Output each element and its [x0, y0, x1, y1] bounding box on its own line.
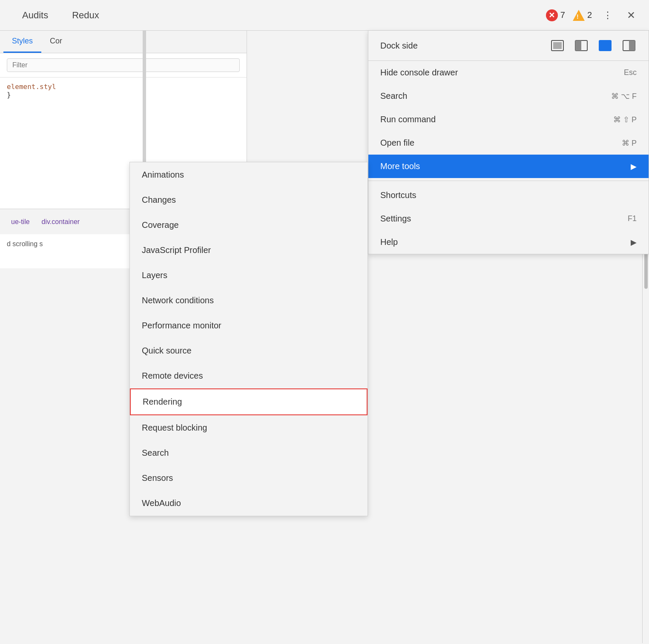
error-count: 7	[560, 10, 565, 20]
submenu-item-remote-devices[interactable]: Remote devices	[130, 363, 368, 388]
element-style-brace: }	[7, 91, 11, 99]
menu-item-shortcut: ⌘ P	[622, 138, 637, 148]
tab-audits[interactable]: Audits	[10, 0, 60, 30]
submenu-item-performance-monitor[interactable]: Performance monitor	[130, 313, 368, 338]
element-style-text: element.styl	[7, 83, 56, 91]
menu-item-label: More tools	[380, 161, 420, 171]
breadcrumb-item-ue-tile[interactable]: ue-tile	[7, 216, 34, 227]
warning-icon	[573, 10, 585, 21]
submenu-item-label: Coverage	[142, 220, 179, 230]
submenu-item-label: Animations	[142, 170, 184, 180]
breadcrumb-item-div-container[interactable]: div.container	[37, 216, 84, 227]
submenu-item-quick-source[interactable]: Quick source	[130, 338, 368, 363]
svg-rect-5	[599, 46, 611, 51]
main-dropdown-menu: Dock side	[368, 31, 649, 254]
svg-rect-7	[629, 40, 635, 51]
top-bar: Audits Redux ✕ 7 2 ⋮ ✕	[0, 0, 649, 31]
tab-computed[interactable]: Cor	[41, 31, 71, 53]
menu-item-label: Run command	[380, 115, 436, 124]
submenu-item-label: Layers	[142, 270, 167, 280]
submenu-item-rendering[interactable]: Rendering	[130, 388, 368, 415]
submenu-item-changes[interactable]: Changes	[130, 187, 368, 213]
menu-item-open-file[interactable]: Open file⌘ P	[368, 131, 649, 155]
menu-item-label: Open file	[380, 138, 414, 148]
error-badge: ✕ 7	[546, 9, 565, 21]
submenu-item-search[interactable]: Search	[130, 440, 368, 466]
menu-item-hide-console-drawer[interactable]: Hide console drawerEsc	[368, 61, 649, 84]
menu-item-shortcut: ⌘ ⇧ P	[613, 115, 637, 124]
menu-item-arrow: ▶	[631, 162, 637, 171]
menu-item-arrow: ▶	[631, 238, 637, 247]
warning-badge: 2	[573, 10, 592, 21]
styles-tabs: Styles Cor	[0, 31, 247, 53]
submenu-item-label: JavaScript Profiler	[142, 245, 211, 255]
element-style: element.styl }	[0, 78, 247, 104]
menu-item-shortcut: Esc	[624, 68, 637, 77]
tab-styles[interactable]: Styles	[3, 31, 41, 53]
svg-rect-3	[575, 40, 581, 51]
submenu-item-network-conditions[interactable]: Network conditions	[130, 288, 368, 313]
dock-left-icon[interactable]	[574, 39, 589, 52]
svg-rect-1	[553, 42, 562, 49]
menu-item-label: Settings	[380, 214, 411, 224]
submenu-item-coverage[interactable]: Coverage	[130, 213, 368, 238]
menu-item-settings[interactable]: SettingsF1	[368, 207, 649, 230]
menu-item-shortcut: F1	[628, 214, 637, 223]
submenu-item-sensors[interactable]: Sensors	[130, 466, 368, 491]
submenu-item-animations[interactable]: Animations	[130, 162, 368, 187]
filter-input[interactable]	[7, 58, 240, 72]
dock-right-icon[interactable]	[621, 39, 637, 52]
more-options-button[interactable]: ⋮	[600, 8, 616, 23]
submenu-item-label: Search	[142, 448, 169, 458]
more-tools-submenu: AnimationsChangesCoverageJavaScript Prof…	[129, 162, 368, 516]
menu-divider	[368, 181, 649, 181]
scroll-text-area: d scrolling s	[0, 234, 145, 268]
submenu-item-label: Request blocking	[142, 423, 207, 433]
top-bar-right: ✕ 7 2 ⋮ ✕	[546, 8, 639, 23]
close-button[interactable]: ✕	[623, 8, 639, 23]
submenu-item-label: Performance monitor	[142, 321, 221, 331]
scroll-text: d scrolling s	[7, 240, 43, 247]
warning-count: 2	[587, 10, 592, 20]
menu-item-shortcuts[interactable]: Shortcuts	[368, 184, 649, 207]
filter-bar	[0, 53, 247, 78]
menu-item-label: Shortcuts	[380, 190, 416, 200]
dock-undock-icon[interactable]	[550, 39, 565, 52]
dock-icons	[550, 39, 637, 52]
submenu-item-label: Changes	[142, 195, 176, 205]
submenu-item-request-blocking[interactable]: Request blocking	[130, 415, 368, 440]
menu-item-shortcut: ⌘ ⌥ F	[611, 92, 637, 101]
submenu-item-label: Sensors	[142, 473, 173, 483]
menu-item-search[interactable]: Search⌘ ⌥ F	[368, 84, 649, 108]
dock-side-section: Dock side	[368, 31, 649, 61]
dock-side-label: Dock side	[380, 41, 540, 51]
menu-item-help[interactable]: Help▶	[368, 230, 649, 254]
tab-redux[interactable]: Redux	[60, 0, 111, 30]
menu-item-label: Search	[380, 91, 407, 101]
dock-bottom-icon[interactable]	[597, 39, 613, 52]
submenu-item-label: Quick source	[142, 346, 192, 356]
menu-item-run-command[interactable]: Run command⌘ ⇧ P	[368, 108, 649, 131]
menu-item-more-tools[interactable]: More tools▶	[368, 155, 649, 178]
submenu-item-label: WebAudio	[142, 498, 181, 508]
submenu-item-label: Remote devices	[142, 371, 203, 381]
menu-item-label: Hide console drawer	[380, 68, 458, 78]
submenu-item-label: Rendering	[143, 397, 182, 407]
scrollbar[interactable]	[642, 234, 649, 643]
submenu-item-layers[interactable]: Layers	[130, 263, 368, 288]
error-icon: ✕	[546, 9, 558, 21]
submenu-item-webaudio[interactable]: WebAudio	[130, 491, 368, 516]
menu-item-label: Help	[380, 237, 398, 247]
submenu-item-label: Network conditions	[142, 296, 214, 305]
submenu-item-javascript-profiler[interactable]: JavaScript Profiler	[130, 238, 368, 263]
menu-items: Hide console drawerEscSearch⌘ ⌥ FRun com…	[368, 61, 649, 254]
